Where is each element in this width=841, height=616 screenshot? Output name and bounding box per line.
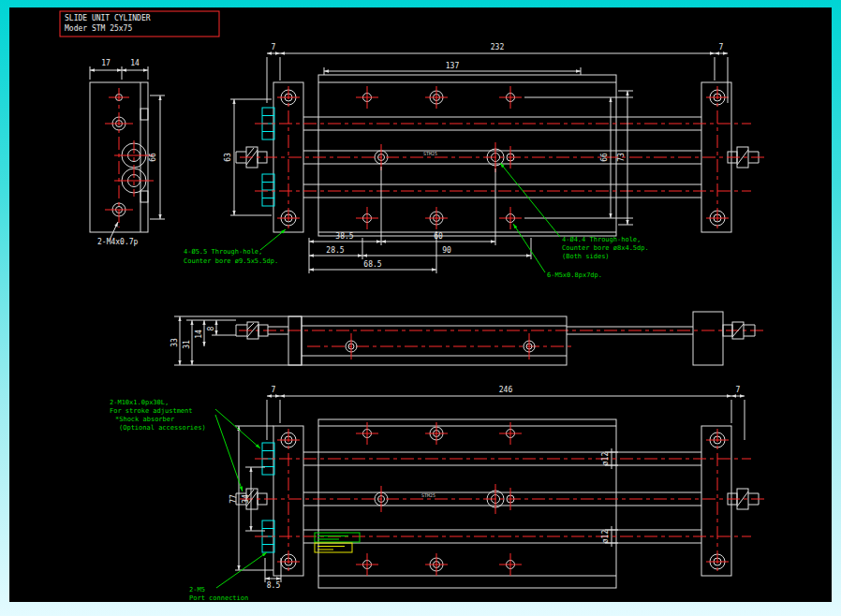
dim-7-left-2: 7 bbox=[272, 386, 276, 394]
note-stroke-3: *Shock absorber bbox=[115, 416, 174, 423]
note-m5-tap: 6-M5x0.8px7dp. bbox=[547, 271, 602, 279]
dim-31: 31 bbox=[183, 340, 191, 349]
app-window: SLIDE UNIT CYLINDER Moder STM 25x75 bbox=[0, 0, 841, 616]
note-m4-tap: 2-M4x0.7p bbox=[97, 238, 139, 246]
note-port-1: 2-M5 bbox=[189, 586, 205, 594]
drawing-title: SLIDE UNIT CYLINDER bbox=[65, 14, 151, 22]
dim-33: 33 bbox=[170, 338, 179, 347]
dim-77: 77 bbox=[229, 494, 238, 504]
dim-7-right: 7 bbox=[719, 43, 724, 51]
note-port-2: Port connection bbox=[189, 594, 248, 602]
dim-8: 8 bbox=[207, 326, 215, 330]
drawing-canvas bbox=[9, 7, 832, 602]
dim-66: 66 bbox=[149, 153, 157, 162]
note-stroke-1: 2-M10x1.0px30L, bbox=[110, 399, 169, 406]
dim-66-plan: 66 bbox=[600, 153, 609, 162]
model-label: Moder STM 25x75 bbox=[65, 24, 132, 33]
note-stroke-2: For stroke adjustment bbox=[110, 407, 193, 415]
note-stroke-4: (Optional accessories) bbox=[119, 424, 206, 432]
dim-7-left: 7 bbox=[272, 43, 276, 51]
dim-232: 232 bbox=[491, 43, 505, 51]
body-stamp-text-2: STM25 bbox=[421, 492, 435, 498]
dim-73: 73 bbox=[617, 153, 626, 162]
dim-68-5: 68.5 bbox=[363, 260, 381, 269]
dim-rod-dia-2: ø12 bbox=[601, 530, 610, 544]
dim-38-5: 38.5 bbox=[335, 232, 353, 241]
dim-14: 14 bbox=[130, 59, 140, 67]
dim-28-5: 28.5 bbox=[326, 246, 344, 255]
body-stamp-text: STM25 bbox=[423, 151, 437, 156]
dim-60: 60 bbox=[434, 232, 443, 241]
note-cbore-left-2: Counter bore ø9.5x5.5dp. bbox=[184, 257, 278, 265]
cad-drawing: SLIDE UNIT CYLINDER Moder STM 25x75 bbox=[0, 0, 841, 616]
note-cbore-right-3: (Both sides) bbox=[562, 253, 610, 260]
dim-90: 90 bbox=[442, 246, 451, 255]
dim-8-5: 8.5 bbox=[267, 581, 281, 590]
dim-rod-dia-1: ø12 bbox=[601, 452, 610, 466]
dim-137: 137 bbox=[446, 62, 460, 70]
note-cbore-right-1: 4-Ø4.4 Through-hole, bbox=[562, 236, 641, 243]
dim-17: 17 bbox=[101, 59, 111, 67]
dim-34: 34 bbox=[242, 494, 250, 504]
dim-63: 63 bbox=[224, 153, 232, 162]
note-cbore-right-2: Counter bore ø8x4.5dp. bbox=[562, 244, 649, 252]
dim-7-right-2: 7 bbox=[736, 386, 741, 394]
dim-246: 246 bbox=[499, 386, 513, 394]
note-cbore-left-1: 4-Ø5.5 Through-hole, bbox=[184, 248, 262, 256]
dim-14-side: 14 bbox=[195, 330, 203, 339]
